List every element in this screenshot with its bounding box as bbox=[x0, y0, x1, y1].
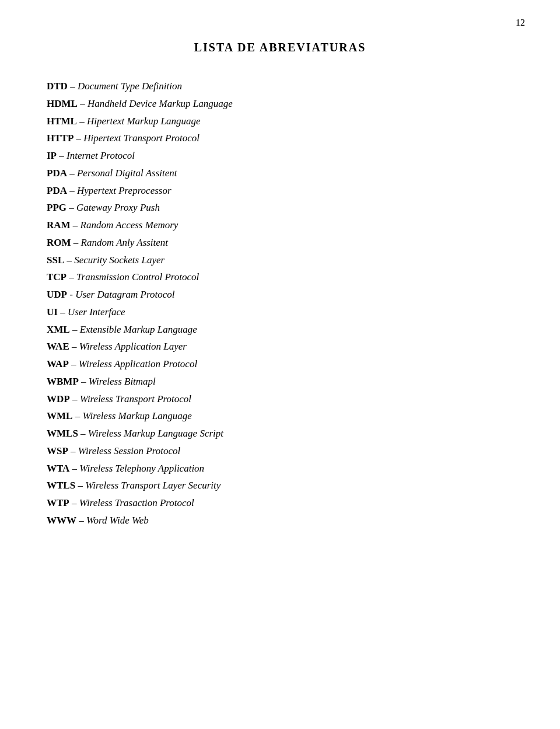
abbr-separator: – bbox=[79, 376, 89, 387]
list-item: WAE – Wireless Application Layer bbox=[47, 338, 513, 355]
abbr-separator: – bbox=[67, 168, 77, 179]
abbr-key: WMLS bbox=[47, 428, 78, 439]
list-item: IP – Internet Protocol bbox=[47, 147, 513, 165]
abbr-description: Wireless Application Layer bbox=[79, 341, 187, 352]
abbr-key: WSP bbox=[47, 445, 68, 456]
abbr-key: UDP bbox=[47, 289, 67, 300]
abbr-separator: – bbox=[68, 81, 78, 92]
abbr-description: Personal Digital Assitent bbox=[77, 168, 177, 179]
abbr-separator: – bbox=[71, 219, 80, 231]
abbr-key: PDA bbox=[47, 185, 67, 196]
list-item: RAM – Random Access Memory bbox=[47, 217, 513, 234]
list-item: SSL – Security Sockets Layer bbox=[47, 252, 513, 269]
list-item: WAP – Wireless Application Protocol bbox=[47, 355, 513, 373]
abbr-key: WBMP bbox=[47, 376, 79, 387]
abbr-separator: – bbox=[69, 341, 79, 352]
abbr-separator: – bbox=[58, 306, 68, 318]
abbr-description: Wireless Transport Protocol bbox=[80, 393, 191, 404]
list-item: WML – Wireless Markup Language bbox=[47, 407, 513, 425]
abbr-key: DTD bbox=[47, 81, 68, 92]
abbr-separator: – bbox=[64, 254, 74, 266]
abbr-description: Transmission Control Protocol bbox=[76, 271, 199, 282]
abbr-description: Hypertext Preprocessor bbox=[77, 185, 172, 196]
list-item: WWW – Word Wide Web bbox=[47, 512, 513, 529]
abbr-separator: – bbox=[69, 463, 79, 474]
abbr-description: User Interface bbox=[68, 306, 125, 318]
abbr-description: Gateway Proxy Push bbox=[76, 202, 160, 213]
abbr-key: WAE bbox=[47, 341, 69, 352]
abbr-description: Word Wide Web bbox=[86, 515, 149, 526]
abbr-separator: – bbox=[77, 116, 87, 127]
page-title: LISTA DE ABREVIATURAS bbox=[47, 41, 513, 54]
abbr-description: Wireless Application Protocol bbox=[79, 358, 197, 369]
list-item: UDP - User Datagram Protocol bbox=[47, 286, 513, 304]
abbr-separator: – bbox=[70, 393, 80, 404]
abbr-description: Random Access Memory bbox=[80, 219, 178, 231]
list-item: HDML – Handheld Device Markup Language bbox=[47, 95, 513, 113]
abbr-key: WML bbox=[47, 410, 72, 421]
abbr-separator: – bbox=[68, 445, 78, 456]
abbr-description: Wireless Trasaction Protocol bbox=[79, 497, 194, 508]
abbr-description: Random Anly Assitent bbox=[81, 237, 169, 248]
abbr-description: Hipertext Transport Protocol bbox=[83, 132, 200, 144]
abbr-key: HTML bbox=[47, 116, 77, 127]
list-item: PDA – Personal Digital Assitent bbox=[47, 165, 513, 182]
list-item: PDA – Hypertext Preprocessor bbox=[47, 182, 513, 200]
abbr-separator: – bbox=[57, 150, 66, 161]
abbr-separator: – bbox=[74, 132, 83, 144]
abbr-key: XML bbox=[47, 324, 70, 335]
list-item: WDP – Wireless Transport Protocol bbox=[47, 390, 513, 408]
abbr-separator: – bbox=[72, 410, 82, 421]
abbr-key: ROM bbox=[47, 237, 71, 248]
abbr-key: RAM bbox=[47, 219, 71, 231]
abbr-description: Security Sockets Layer bbox=[74, 254, 164, 266]
list-item: WSP – Wireless Session Protocol bbox=[47, 442, 513, 460]
abbr-separator: – bbox=[78, 98, 88, 109]
abbr-separator: – bbox=[71, 237, 81, 248]
list-item: WTA – Wireless Telephony Application bbox=[47, 460, 513, 477]
abbr-description: Wireless Session Protocol bbox=[78, 445, 180, 456]
abbr-description: Document Type Definition bbox=[78, 81, 182, 92]
abbr-key: WTLS bbox=[47, 480, 75, 491]
list-item: DTD – Document Type Definition bbox=[47, 78, 513, 95]
abbr-separator: - bbox=[67, 289, 75, 300]
abbreviation-list: DTD – Document Type DefinitionHDML – Han… bbox=[47, 78, 513, 529]
abbr-separator: – bbox=[69, 497, 79, 508]
list-item: WTP – Wireless Trasaction Protocol bbox=[47, 494, 513, 512]
abbr-description: Internet Protocol bbox=[66, 150, 135, 161]
abbr-description: Hipertext Markup Language bbox=[87, 116, 201, 127]
abbr-description: Wireless Markup Language bbox=[82, 410, 191, 421]
abbr-key: PPG bbox=[47, 202, 66, 213]
list-item: UI – User Interface bbox=[47, 304, 513, 321]
abbr-separator: – bbox=[78, 428, 88, 439]
abbr-description: Extensible Markup Language bbox=[80, 324, 197, 335]
abbr-key: UI bbox=[47, 306, 58, 318]
abbr-description: Wireless Markup Language Script bbox=[88, 428, 223, 439]
abbr-description: Wireless Telephony Application bbox=[79, 463, 204, 474]
list-item: WMLS – Wireless Markup Language Script bbox=[47, 425, 513, 442]
list-item: HTML – Hipertext Markup Language bbox=[47, 113, 513, 130]
abbr-key: WWW bbox=[47, 515, 76, 526]
abbr-key: WTP bbox=[47, 497, 69, 508]
abbr-description: Handheld Device Markup Language bbox=[88, 98, 233, 109]
abbr-key: TCP bbox=[47, 271, 66, 282]
abbr-description: Wireless Bitmapl bbox=[89, 376, 156, 387]
abbr-description: Wireless Transport Layer Security bbox=[85, 480, 220, 491]
page-number: 12 bbox=[516, 18, 525, 28]
list-item: XML – Extensible Markup Language bbox=[47, 321, 513, 339]
list-item: WBMP – Wireless Bitmapl bbox=[47, 373, 513, 390]
abbr-key: SSL bbox=[47, 254, 64, 266]
abbr-key: IP bbox=[47, 150, 57, 161]
abbr-separator: – bbox=[66, 202, 76, 213]
abbr-description: User Datagram Protocol bbox=[75, 289, 174, 300]
abbr-separator: – bbox=[69, 358, 79, 369]
list-item: PPG – Gateway Proxy Push bbox=[47, 199, 513, 217]
abbr-key: HDML bbox=[47, 98, 78, 109]
abbr-separator: – bbox=[67, 185, 77, 196]
abbr-separator: – bbox=[76, 515, 86, 526]
list-item: ROM – Random Anly Assitent bbox=[47, 234, 513, 252]
list-item: TCP – Transmission Control Protocol bbox=[47, 268, 513, 286]
abbr-key: PDA bbox=[47, 168, 67, 179]
abbr-key: WDP bbox=[47, 393, 70, 404]
abbr-key: HTTP bbox=[47, 132, 74, 144]
